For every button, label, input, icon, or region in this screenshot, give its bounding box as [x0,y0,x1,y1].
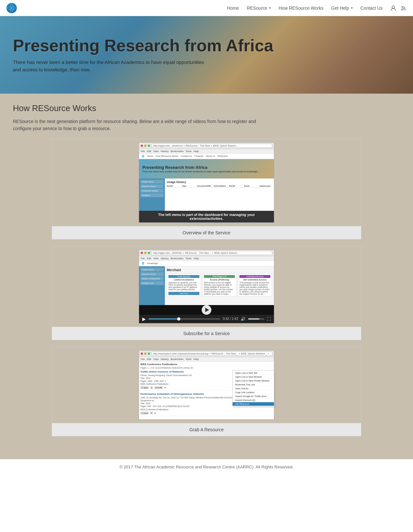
merchant-title: Merchant [167,268,272,272]
svg-point-4 [392,6,395,8]
browser-bar-1: http://apps.info...ametrons × RESource -… [139,143,274,149]
merchant-col-2: One Right Ltd Access (Platform) With acc… [202,273,237,297]
merchant-col3-text: This package is built around the organiz… [239,281,270,295]
nav-how-it-works[interactable]: How RESource Works [278,5,323,11]
nav-links: Home RESource ▾ How RESource Works Get H… [227,5,383,11]
sidebar-payment: Payment History [140,184,164,188]
browser-max-dot [148,252,150,254]
main-content: How RESource Works RESource is the next … [0,94,413,459]
overlay-text-1: The left menu is part of the dashboard f… [143,213,270,220]
section-description: RESource is the next generation platform… [13,118,271,132]
browser-mockup-1: http://apps.info...ametrons × RESource -… [139,142,274,223]
user-icon[interactable] [390,5,396,11]
merchant-sidebar: Usage History Payment History System Con… [139,266,165,305]
browser-min-dot [144,145,146,147]
sidebar-connection: Connection History [140,189,164,193]
merchant-col-1: Free Access Limited Academics Approved t… [167,273,201,297]
inner-site-1: 🌐 Home How RESource Works Contact Us Pro… [139,154,274,211]
ieee-result-1: Traffic-driven resource of Networks Ofma… [140,370,273,391]
browser-menubar-1: File Edit View History Bookmarks Tools H… [139,149,274,154]
inner-nav-2: 🌐 knowledge [139,261,274,266]
merchant-columns: Free Access Limited Academics Approved t… [167,273,272,297]
merchant-col-3: Unlimited Access Get Unlimited Access Th… [238,273,272,297]
video-card-1: http://apps.info...ametrons × RESource -… [52,139,361,240]
video-card-3: http://ieeexplore.ieee.org/search/search… [52,347,361,436]
chevron-down-icon: ▾ [269,6,271,10]
ieee-breadcrumb: Pages: 1 - 4 of: 14 (COVISI2015, 0316-03… [140,367,273,369]
play-area [139,305,274,315]
ctx-open-private: Open Link in New Private Window [233,379,274,383]
browser-max-dot [148,353,150,355]
browser-mockup-2: http://apps.info...3000/foo × RESource -… [139,250,274,323]
svg-point-3 [11,7,12,9]
progress-fill [148,318,177,320]
ctx-search: Search Google for 'Traffic-drive...' [233,394,274,398]
volume-bar[interactable] [248,318,264,320]
merchant-col1-badge: Free Access [168,275,199,278]
play-pause-button[interactable]: ▶ [142,316,146,322]
inner-sidebar-1: Usage History Payment History Connection… [139,179,165,211]
video-card-2: http://apps.info...3000/foo × RESource -… [52,246,361,340]
video-thumbnail-3: http://ieeexplore.ieee.org/search/search… [52,347,361,423]
browser-close-dot [141,353,143,355]
video-caption-1: Overview of the Service [52,226,361,239]
browser-mockup-3: http://ieeexplore.ieee.org/search/search… [139,350,274,420]
section-title: How RESource Works [13,103,400,113]
play-button-2[interactable] [202,305,211,315]
browser-bar-3: http://ieeexplore.ieee.org/search/search… [139,351,274,357]
nav-get-help-dropdown[interactable]: Get Help ▾ [331,5,353,11]
browser-address-bar-2: http://apps.info...3000/foo × RESource -… [151,251,272,255]
merchant-col2-title: Access (Platform) [204,279,235,281]
ctx-bookmark: Bookmark This Link [233,383,274,387]
merchant-col1-text: Approved to students, you will have 64 a… [168,281,199,291]
progress-bar[interactable] [148,318,220,320]
nav-home[interactable]: Home [227,5,239,11]
browser-bar-2: http://apps.info...3000/foo × RESource -… [139,250,274,256]
video-controls-2: ▶ 0:42 / 1:42 🔊 ⛶ [139,315,274,323]
browser-min-dot [144,252,146,254]
footer-text: © 2017 The African Academic Resource and… [119,465,294,469]
navigation: Home RESource ▾ How RESource Works Get H… [0,0,413,16]
ctx-open-tab: Open Link in New Tab [233,371,274,375]
result-2-actions: ⬡ need 0 ⊕ [140,412,273,414]
inner-dashboard-1: Usage History Payment History Connection… [139,179,274,211]
sidebar-usage: Usage History [140,180,164,184]
browser-min-dot [144,353,146,355]
merchant-col2-text: With access to 64 non-digital libraries,… [204,281,235,295]
browser-menubar-2: File Edit View History Bookmarks Tools H… [139,256,274,261]
sidebar-configure: Configure [140,193,164,197]
hero-title: Presenting Research from Africa [13,36,400,55]
merchant-col3-badge: Unlimited Access [239,275,270,278]
merchant-col1-btn[interactable]: Start Now [168,292,199,295]
volume-fill [248,318,259,320]
browser-close-dot [141,145,143,147]
rss-icon[interactable] [401,5,407,11]
site-logo[interactable] [6,3,17,13]
video-caption-3: Grab A Resource [52,423,361,436]
ctx-get-resource[interactable]: Get REsource [233,402,274,406]
nav-contact-us[interactable]: Contact Us [360,5,383,11]
inner-site-2: 🌐 knowledge Usage History Payment Histor… [139,261,274,305]
volume-icon[interactable]: 🔊 [241,317,246,321]
svg-point-5 [401,9,403,10]
browser-close-dot [141,252,143,254]
video-thumbnail-2: http://apps.info...3000/foo × RESource -… [52,246,361,327]
inner-nav-1: 🌐 Home How RESource Works Contact Us Pro… [139,154,274,159]
merchant-col2-badge: One Right Ltd [204,275,235,278]
chevron-down-icon: ▾ [351,6,353,10]
nav-icons [390,5,407,11]
inner-main-area-1: Usage history ItemID Type Document/URL S… [165,179,274,211]
fullscreen-button[interactable]: ⛶ [267,317,271,321]
footer: © 2017 The African Academic Resource and… [0,459,413,475]
hero-section: Presenting Research from Africa There ha… [0,16,413,94]
merchant-col3-title: Get Unlimited Access [239,279,270,281]
ctx-inspect: Inspect Element (Q) [233,398,274,402]
merchant-col1-title: Limited Academics [168,279,199,281]
nav-resource-dropdown[interactable]: RESource ▾ [247,5,271,11]
video-overlay-1: The left menu is part of the dashboard f… [139,211,274,222]
ctx-open-window: Open Link in New Window [233,375,274,379]
browser-max-dot [148,145,150,147]
time-display: 0:42 / 1:42 [223,317,238,321]
browser-menubar-3: File Edit View History Bookmarks Tools H… [139,357,274,362]
play-icon [205,308,209,312]
